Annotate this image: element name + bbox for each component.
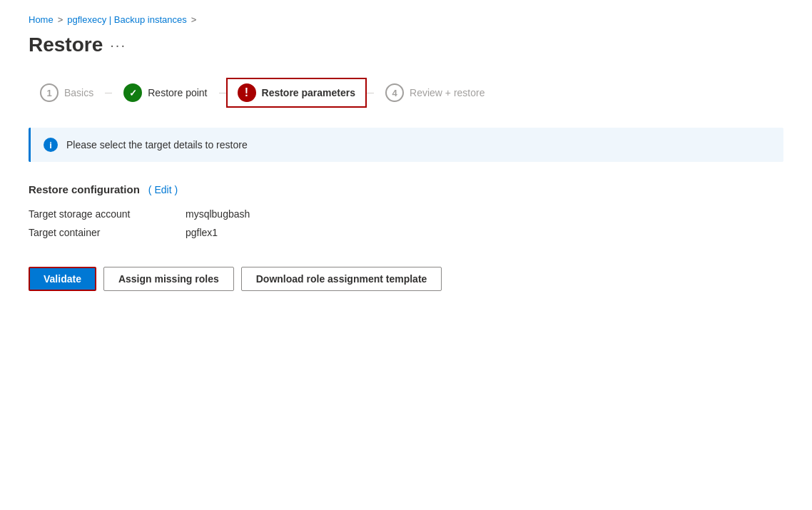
info-banner-text: Please select the target details to rest… xyxy=(66,139,248,151)
page-options-button[interactable]: ··· xyxy=(110,37,126,53)
error-icon: ! xyxy=(245,86,248,99)
validate-button[interactable]: Validate xyxy=(29,267,96,291)
step-restore-parameters[interactable]: ! Restore parameters xyxy=(226,78,367,108)
step-restore-point-label: Restore point xyxy=(148,87,207,98)
assign-missing-roles-button[interactable]: Assign missing roles xyxy=(103,267,234,291)
restore-config-title: Restore configuration xyxy=(29,183,140,195)
config-value-storage: mysqlbugbash xyxy=(186,208,783,220)
restore-config-header: Restore configuration ( Edit ) xyxy=(29,183,783,195)
breadcrumb-sep1: > xyxy=(58,14,64,25)
breadcrumb-backup[interactable]: pgflexecy | Backup instances xyxy=(67,14,186,25)
breadcrumb: Home > pgflexecy | Backup instances > xyxy=(29,14,783,25)
step-restore-point-circle: ✓ xyxy=(123,83,142,102)
config-label-container: Target container xyxy=(29,227,186,238)
step-connector-3 xyxy=(367,93,374,93)
step-restore-point[interactable]: ✓ Restore point xyxy=(112,78,218,108)
breadcrumb-home[interactable]: Home xyxy=(29,14,54,25)
config-label-storage: Target storage account xyxy=(29,208,186,220)
page-title: Restore xyxy=(29,34,103,56)
step-review-restore-circle: 4 xyxy=(385,83,404,102)
restore-config-table: Target storage account mysqlbugbash Targ… xyxy=(29,208,783,238)
step-review-restore[interactable]: 4 Review + restore xyxy=(374,78,496,108)
step-connector-1 xyxy=(105,93,112,93)
step-basics-label: Basics xyxy=(64,87,93,98)
info-icon: i xyxy=(44,138,58,152)
checkmark-icon: ✓ xyxy=(129,88,137,98)
config-value-container: pgflex1 xyxy=(186,227,783,238)
page-container: Home > pgflexecy | Backup instances > Re… xyxy=(0,0,812,510)
step-restore-parameters-circle: ! xyxy=(238,83,256,102)
step-basics[interactable]: 1 Basics xyxy=(29,78,105,108)
wizard-steps: 1 Basics ✓ Restore point ! Restore param… xyxy=(29,78,783,108)
step-basics-circle: 1 xyxy=(40,83,59,102)
download-template-button[interactable]: Download role assignment template xyxy=(241,267,442,291)
step-connector-2 xyxy=(219,93,226,93)
buttons-row: Validate Assign missing roles Download r… xyxy=(29,267,783,291)
step-restore-parameters-label: Restore parameters xyxy=(262,87,356,98)
step-review-restore-label: Review + restore xyxy=(410,87,484,98)
page-title-row: Restore ··· xyxy=(29,34,783,56)
breadcrumb-sep2: > xyxy=(191,14,197,25)
info-banner: i Please select the target details to re… xyxy=(29,128,783,162)
edit-button[interactable]: ( Edit ) xyxy=(148,184,178,195)
